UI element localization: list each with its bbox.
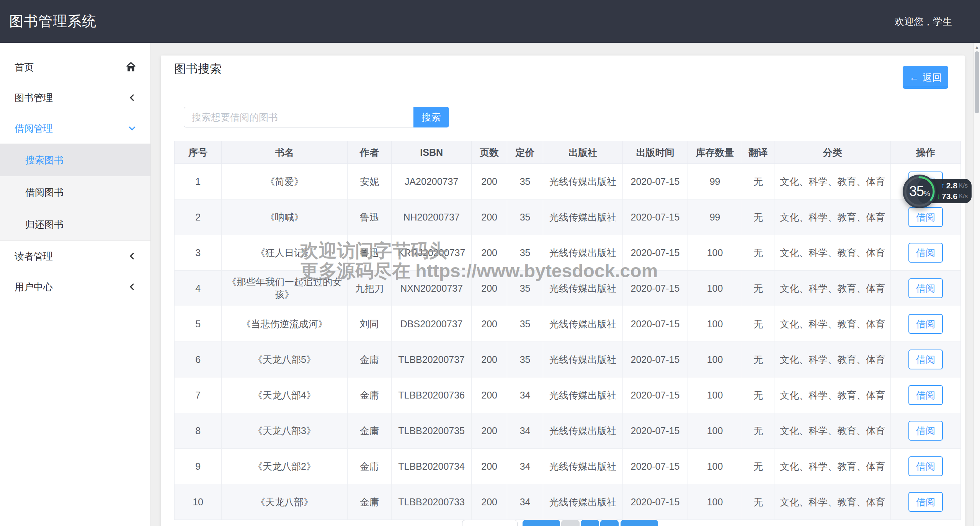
table-cell: 文化、科学、教育、体育 (774, 449, 891, 484)
progress-gauge[interactable]: 35% (903, 175, 936, 208)
pagination-page-button[interactable] (581, 520, 599, 526)
table-cell: 光线传媒出版社 (543, 164, 622, 199)
sidebar-item-user-center[interactable]: 用户中心 (0, 271, 150, 302)
table-cell: 金庸 (347, 413, 391, 449)
table-row: 7《天龙八部4》金庸TLBB2020073620034光线传媒出版社2020-0… (175, 377, 961, 413)
vertical-scrollbar[interactable]: ▲ (973, 43, 980, 526)
scroll-up-icon[interactable]: ▲ (974, 44, 980, 50)
table-cell: 《天龙八部4》 (222, 377, 348, 413)
table-cell: 无 (742, 306, 774, 342)
table-cell: 3 (175, 235, 222, 271)
sidebar-item-return-books[interactable]: 归还图书 (0, 208, 150, 240)
table-cell: NXN20200737 (391, 271, 472, 306)
sidebar-item-search-books[interactable]: 搜索图书 (0, 144, 150, 176)
sidebar-item-book-management[interactable]: 图书管理 (0, 82, 150, 113)
chevron-left-icon (127, 252, 137, 261)
sidebar-item-label: 归还图书 (25, 218, 64, 231)
table-row: 1《简爱》安妮JA2020073720035光线传媒出版社2020-07-159… (175, 164, 961, 199)
download-speed-value: 73.6 (942, 192, 957, 201)
table-cell: 无 (742, 484, 774, 520)
table-cell: 无 (742, 235, 774, 271)
borrow-button[interactable]: 借阅 (908, 207, 943, 227)
table-cell: 10 (175, 484, 222, 520)
table-cell: 《当悲伤逆流成河》 (222, 306, 348, 342)
pagination-page-button[interactable] (561, 520, 580, 526)
column-header: 分类 (774, 141, 891, 164)
column-header: 书名 (222, 141, 348, 164)
sidebar: 首页 图书管理 借阅管理 搜索图书 借阅图书 归还图书 读者管理 (0, 43, 151, 526)
table-cell: 100 (688, 306, 742, 342)
table-cell: 文化、科学、教育、体育 (774, 271, 891, 306)
table-cell: 文化、科学、教育、体育 (774, 342, 891, 377)
title-divider (161, 87, 965, 87)
table-cell: 2020-07-15 (622, 306, 688, 342)
sidebar-item-borrow-books[interactable]: 借阅图书 (0, 176, 150, 208)
search-input[interactable] (184, 107, 413, 127)
table-cell: 光线传媒出版社 (543, 342, 622, 377)
books-table: 序号书名作者ISBN页数定价出版社出版时间库存数量翻译分类操作 1《简爱》安妮J… (174, 141, 961, 520)
scrollbar-thumb[interactable] (975, 51, 979, 113)
borrow-button[interactable]: 借阅 (908, 243, 943, 263)
table-cell: 《天龙八部5》 (222, 342, 348, 377)
table-cell: 2020-07-15 (622, 449, 688, 484)
table-cell: TLBB20200735 (391, 413, 472, 449)
table-cell: 2020-07-15 (622, 271, 688, 306)
upload-arrow-icon: ↑ (941, 181, 945, 190)
pagination-prev-button[interactable] (523, 520, 560, 526)
sidebar-item-label: 图书管理 (15, 91, 53, 104)
borrow-button[interactable]: 借阅 (908, 350, 943, 369)
borrow-button[interactable]: 借阅 (908, 456, 943, 476)
table-cell: 2020-07-15 (622, 235, 688, 271)
page-size-select[interactable] (462, 520, 518, 526)
table-cell: 200 (472, 377, 507, 413)
sidebar-item-label: 借阅图书 (25, 186, 64, 199)
table-cell: 《天龙八部》 (222, 484, 348, 520)
table-cell: 35 (507, 271, 543, 306)
sidebar-item-home[interactable]: 首页 (0, 52, 150, 82)
table-cell: 光线传媒出版社 (543, 377, 622, 413)
table-cell: 光线传媒出版社 (543, 271, 622, 306)
pagination-page-button[interactable] (600, 520, 619, 526)
borrow-button[interactable]: 借阅 (908, 385, 943, 405)
pagination-next-button[interactable] (621, 520, 658, 526)
chevron-down-icon (127, 124, 137, 133)
borrow-button[interactable]: 借阅 (908, 278, 943, 298)
table-cell: 34 (507, 413, 543, 449)
home-icon (125, 61, 137, 73)
table-cell: 光线传媒出版社 (543, 235, 622, 271)
sidebar-item-label: 借阅管理 (15, 122, 53, 135)
table-row: 10《天龙八部》金庸TLBB2020073320034光线传媒出版社2020-0… (175, 484, 961, 520)
back-arrow-icon: ← (909, 72, 919, 83)
table-cell: 100 (688, 449, 742, 484)
borrow-button[interactable]: 借阅 (908, 314, 943, 334)
column-header: 页数 (472, 141, 507, 164)
book-search-card: 图书搜索 ← 返回 搜索 序号书名作者ISBN页数定价出版社出版时间库存数量翻译… (161, 56, 965, 526)
borrow-button[interactable]: 借阅 (908, 492, 943, 512)
borrow-button[interactable]: 借阅 (908, 421, 943, 441)
back-button[interactable]: ← 返回 (903, 66, 948, 89)
table-cell: 无 (742, 377, 774, 413)
table-cell: 2020-07-15 (622, 342, 688, 377)
sidebar-item-reader-management[interactable]: 读者管理 (0, 241, 150, 271)
table-cell: 文化、科学、教育、体育 (774, 377, 891, 413)
welcome-text: 欢迎您，学生 (895, 15, 980, 28)
table-body: 1《简爱》安妮JA2020073720035光线传媒出版社2020-07-159… (175, 164, 961, 520)
table-cell: 金庸 (347, 342, 391, 377)
table-cell: 无 (742, 413, 774, 449)
table-cell: 金庸 (347, 377, 391, 413)
table-cell: 《天龙八部2》 (222, 449, 348, 484)
upload-speed-unit: K/s (959, 181, 968, 190)
table-cell: 金庸 (347, 449, 391, 484)
action-cell: 借阅 (891, 306, 961, 342)
table-cell: 《那些年我们一起追过的女孩》 (222, 271, 348, 306)
table-cell: 文化、科学、教育、体育 (774, 164, 891, 199)
sidebar-item-borrow-management[interactable]: 借阅管理 (0, 113, 150, 144)
download-arrow-icon: ↓ (937, 192, 941, 201)
search-button[interactable]: 搜索 (413, 107, 449, 127)
column-header: 出版社 (543, 141, 622, 164)
table-cell: 刘同 (347, 306, 391, 342)
table-cell: 光线传媒出版社 (543, 484, 622, 520)
table-cell: 5 (175, 306, 222, 342)
app-title: 图书管理系统 (0, 12, 96, 31)
table-cell: 35 (507, 235, 543, 271)
